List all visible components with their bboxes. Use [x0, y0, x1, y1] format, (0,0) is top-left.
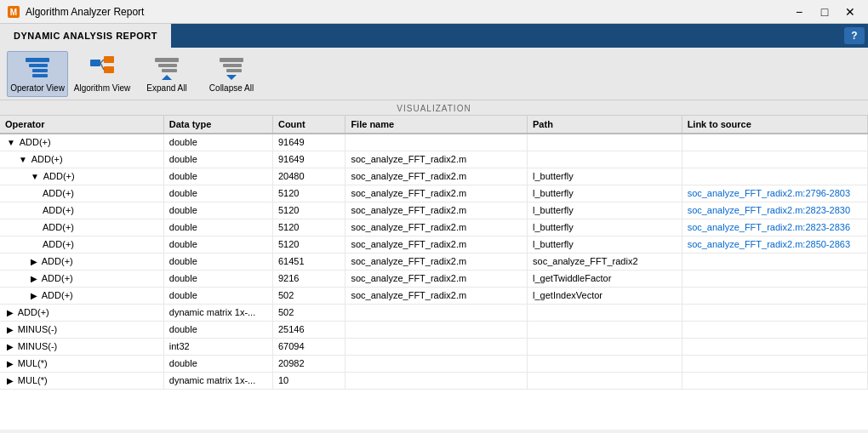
datatype-cell: double: [163, 253, 272, 270]
table-row: ▶ ADD(+)double9216soc_analyze_FFT_radix2…: [0, 270, 868, 287]
table-row: ▶ MUL(*)double20982: [0, 355, 868, 372]
filename-cell: soc_analyze_FFT_radix2.m: [345, 219, 528, 236]
count-cell: 67094: [272, 338, 345, 355]
collapse-all-button[interactable]: Collapse All: [201, 51, 262, 97]
filename-cell: [345, 304, 528, 321]
path-cell: l_butterfly: [528, 202, 682, 219]
filename-cell: soc_analyze_FFT_radix2.m: [345, 287, 528, 304]
close-button[interactable]: ✕: [839, 3, 861, 20]
source-link[interactable]: soc_analyze_FFT_radix2.m:2823-2830: [688, 205, 850, 215]
algorithm-view-label: Algorithm View: [74, 83, 131, 94]
link-cell: [682, 304, 867, 321]
algorithm-view-button[interactable]: Algorithm View: [71, 51, 133, 97]
minimize-button[interactable]: −: [788, 3, 810, 20]
filename-cell: soc_analyze_FFT_radix2.m: [345, 253, 528, 270]
col-linksource[interactable]: Link to source: [682, 116, 867, 134]
source-link[interactable]: soc_analyze_FFT_radix2.m:2796-2803: [688, 188, 850, 198]
col-count[interactable]: Count: [272, 116, 345, 134]
svg-rect-15: [220, 58, 243, 62]
operator-view-label: Operator View: [10, 83, 65, 94]
datatype-cell: double: [163, 321, 272, 338]
link-cell[interactable]: soc_analyze_FFT_radix2.m:2823-2836: [682, 219, 867, 236]
count-cell: 5120: [272, 236, 345, 253]
link-cell[interactable]: soc_analyze_FFT_radix2.m:2850-2863: [682, 236, 867, 253]
expand-arrow[interactable]: ▼: [19, 155, 30, 164]
operator-view-icon: [24, 54, 51, 82]
datatype-cell: dynamic matrix 1x-...: [163, 304, 272, 321]
expand-arrow[interactable]: ▶: [7, 325, 16, 334]
filename-cell: [345, 338, 528, 355]
table-row: ADD(+)double5120soc_analyze_FFT_radix2.m…: [0, 236, 868, 253]
expand-arrow[interactable]: ▼: [7, 138, 18, 147]
filename-cell: [345, 134, 528, 151]
col-operator[interactable]: Operator: [0, 116, 163, 134]
operator-label: ADD(+): [43, 188, 74, 198]
operator-view-button[interactable]: Operator View: [7, 51, 68, 97]
path-cell: l_butterfly: [528, 236, 682, 253]
table-container[interactable]: Operator Data type Count File name Path …: [0, 116, 868, 430]
link-cell[interactable]: soc_analyze_FFT_radix2.m:2796-2803: [682, 185, 867, 202]
link-cell: [682, 338, 867, 355]
svg-rect-16: [223, 64, 242, 67]
col-datatype[interactable]: Data type: [163, 116, 272, 134]
col-filename[interactable]: File name: [345, 116, 528, 134]
source-link[interactable]: soc_analyze_FFT_radix2.m:2850-2863: [688, 239, 850, 249]
operator-label: ADD(+): [42, 290, 73, 300]
col-path[interactable]: Path: [528, 116, 682, 134]
expand-arrow[interactable]: ▶: [31, 274, 40, 283]
filename-cell: [345, 355, 528, 372]
expand-all-button[interactable]: Expand All: [136, 51, 197, 97]
svg-rect-13: [162, 69, 177, 72]
count-cell: 502: [272, 287, 345, 304]
count-cell: 5120: [272, 202, 345, 219]
expand-arrow[interactable]: ▼: [31, 172, 42, 181]
expand-arrow[interactable]: ▶: [7, 342, 16, 351]
operator-label: MUL(*): [18, 358, 48, 368]
help-button[interactable]: ?: [844, 27, 865, 44]
filename-cell: soc_analyze_FFT_radix2.m: [345, 168, 528, 185]
path-cell: [528, 372, 682, 389]
svg-rect-17: [226, 69, 242, 72]
count-cell: 20480: [272, 168, 345, 185]
link-cell: [682, 253, 867, 270]
filename-cell: [345, 321, 528, 338]
tab-dynamic-analysis[interactable]: DYNAMIC ANALYSIS REPORT: [0, 24, 171, 48]
source-link[interactable]: soc_analyze_FFT_radix2.m:2823-2836: [688, 222, 850, 232]
filename-cell: soc_analyze_FFT_radix2.m: [345, 236, 528, 253]
title-bar: M Algorithm Analyzer Report − □ ✕: [0, 0, 868, 24]
datatype-cell: double: [163, 236, 272, 253]
maximize-button[interactable]: □: [814, 3, 836, 20]
table-row: ▶ ADD(+)double502soc_analyze_FFT_radix2.…: [0, 287, 868, 304]
expand-arrow[interactable]: ▶: [31, 291, 40, 300]
operator-label: ADD(+): [31, 154, 63, 164]
svg-rect-3: [29, 64, 48, 67]
svg-rect-8: [104, 66, 114, 73]
link-cell[interactable]: soc_analyze_FFT_radix2.m:2823-2830: [682, 202, 867, 219]
count-cell: 20982: [272, 355, 345, 372]
datatype-cell: double: [163, 185, 272, 202]
datatype-cell: double: [163, 355, 272, 372]
table-row: ▶ MINUS(-)int3267094: [0, 338, 868, 355]
table-row: ADD(+)double5120soc_analyze_FFT_radix2.m…: [0, 185, 868, 202]
expand-arrow[interactable]: ▶: [7, 308, 16, 317]
expand-arrow[interactable]: ▶: [31, 257, 40, 266]
svg-marker-18: [226, 75, 237, 80]
datatype-cell: double: [163, 202, 272, 219]
count-cell: 9216: [272, 270, 345, 287]
app-icon: M: [7, 5, 20, 19]
datatype-cell: double: [163, 168, 272, 185]
count-cell: 61451: [272, 253, 345, 270]
table-row: ▶ ADD(+)dynamic matrix 1x-...502: [0, 304, 868, 321]
count-cell: 91649: [272, 151, 345, 168]
expand-arrow[interactable]: ▶: [7, 359, 16, 368]
expand-arrow[interactable]: ▶: [7, 376, 16, 385]
filename-cell: soc_analyze_FFT_radix2.m: [345, 202, 528, 219]
svg-rect-12: [158, 64, 177, 67]
link-cell: [682, 287, 867, 304]
svg-rect-7: [104, 56, 114, 63]
table-row: ▶ MINUS(-)double25146: [0, 321, 868, 338]
table-row: ▶ MUL(*)dynamic matrix 1x-...10: [0, 372, 868, 389]
link-cell: [682, 372, 867, 389]
data-table: Operator Data type Count File name Path …: [0, 116, 868, 390]
path-cell: [528, 304, 682, 321]
